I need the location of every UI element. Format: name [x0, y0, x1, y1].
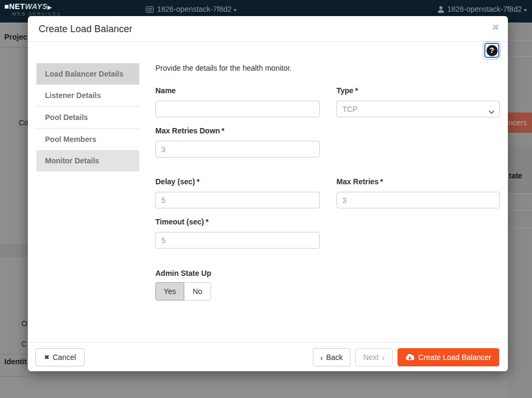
- screen: ■NETWAYS▶ WEB SERVICES 1826-openstack-7f…: [0, 0, 532, 398]
- brand-square-icon: ■: [4, 2, 9, 11]
- caret-down-icon: ▾: [234, 7, 236, 13]
- divider: [0, 354, 28, 355]
- cloud-upload-icon: [406, 354, 415, 361]
- type-select-wrapper: TCP: [336, 101, 500, 117]
- wizard-step-list: Load Balancer Details Listener Details P…: [36, 63, 139, 171]
- modal-title: Create Load Balancer: [39, 24, 132, 35]
- type-select[interactable]: TCP: [336, 101, 500, 117]
- user-menu-label: 1826-openstack-7f8d2: [447, 5, 522, 13]
- delay-label: Delay (sec)*: [155, 177, 199, 186]
- help-button[interactable]: ?: [483, 41, 501, 59]
- divider: [508, 193, 532, 194]
- back-button[interactable]: ‹ Back: [313, 348, 350, 366]
- form-intro-text: Provide the details for the health monit…: [155, 64, 291, 72]
- project-switcher-dropdown[interactable]: 1826-openstack-7f8d2▾: [146, 5, 236, 14]
- step-load-balancer-details[interactable]: Load Balancer Details: [36, 63, 139, 85]
- user-menu-dropdown[interactable]: 1826-openstack-7f8d2▾: [438, 5, 527, 14]
- step-pool-members[interactable]: Pool Members: [36, 128, 139, 150]
- brand-logo: ■NETWAYS▶ WEB SERVICES: [4, 3, 61, 17]
- background-column-header-fragment: tate: [509, 171, 522, 180]
- question-mark-icon: ?: [486, 45, 498, 56]
- x-icon: ✖: [44, 354, 49, 361]
- divider: [508, 40, 532, 41]
- background-text-fragment: Co: [19, 118, 28, 127]
- required-asterisk: *: [197, 177, 199, 186]
- step-listener-details[interactable]: Listener Details: [36, 85, 139, 106]
- admin-state-no-button[interactable]: No: [184, 282, 211, 301]
- cancel-button[interactable]: ✖ Cancel: [35, 348, 85, 366]
- chevron-right-icon: ›: [382, 354, 385, 362]
- required-asterisk: *: [222, 126, 224, 135]
- required-asterisk: *: [355, 86, 358, 95]
- create-load-balancer-modal: Create Load Balancer ✖ ? Load Balancer D…: [28, 16, 508, 371]
- background-text-fragment: C: [21, 340, 27, 348]
- timeout-label: Timeout (sec)*: [155, 217, 208, 226]
- brand-arrow-icon: ▶: [48, 4, 52, 10]
- chevron-left-icon: ‹: [320, 354, 323, 362]
- caret-down-icon: ▾: [524, 7, 527, 13]
- next-button[interactable]: Next ›: [355, 348, 393, 366]
- user-icon: [438, 6, 444, 14]
- divider: [508, 210, 532, 211]
- project-icon: [146, 6, 154, 14]
- divider: [508, 227, 532, 228]
- divider: [508, 56, 532, 57]
- brand-name-italic: WAYS: [25, 2, 47, 11]
- background-table-header: [508, 145, 532, 193]
- footer-button-group: ‹ Back Next › Create Load Balancer: [313, 348, 499, 366]
- background-load-balancers-button-fragment: ncers: [508, 112, 532, 133]
- brand-name: NET: [9, 2, 25, 11]
- type-label: Type*: [336, 86, 358, 95]
- timeout-input[interactable]: [155, 232, 320, 249]
- step-monitor-details[interactable]: Monitor Details: [36, 150, 139, 171]
- background-table-row: [508, 210, 532, 227]
- divider: [0, 376, 28, 377]
- max-retries-down-input[interactable]: [155, 141, 320, 157]
- divider: [0, 47, 28, 48]
- max-retries-label: Max Retries*: [336, 177, 383, 186]
- admin-state-up-label: Admin State Up: [155, 269, 211, 277]
- name-label: Name: [155, 86, 176, 95]
- background-sidebar-section-identity: Identit: [4, 357, 27, 366]
- admin-state-toggle: Yes No: [155, 282, 211, 301]
- background-sidebar-section-project: Projec: [4, 33, 27, 41]
- max-retries-input[interactable]: [336, 192, 500, 208]
- required-asterisk: *: [380, 177, 383, 186]
- modal-header: Create Load Balancer ✖: [28, 16, 508, 42]
- modal-footer: ✖ Cancel ‹ Back Next › Create Load Balan…: [28, 342, 508, 371]
- background-text-fragment: O: [21, 319, 27, 328]
- delay-input[interactable]: [155, 192, 320, 208]
- admin-state-yes-button[interactable]: Yes: [155, 282, 184, 301]
- help-focus-ring: ?: [484, 43, 499, 58]
- close-icon[interactable]: ✖: [492, 23, 499, 32]
- required-asterisk: *: [206, 217, 208, 226]
- background-right-strip: ncers tate: [508, 22, 532, 398]
- name-input[interactable]: [155, 101, 320, 117]
- project-switcher-label: 1826-openstack-7f8d2: [157, 5, 231, 13]
- step-pool-details[interactable]: Pool Details: [36, 106, 139, 128]
- max-retries-down-label: Max Retries Down*: [155, 126, 224, 135]
- create-load-balancer-button[interactable]: Create Load Balancer: [398, 348, 499, 366]
